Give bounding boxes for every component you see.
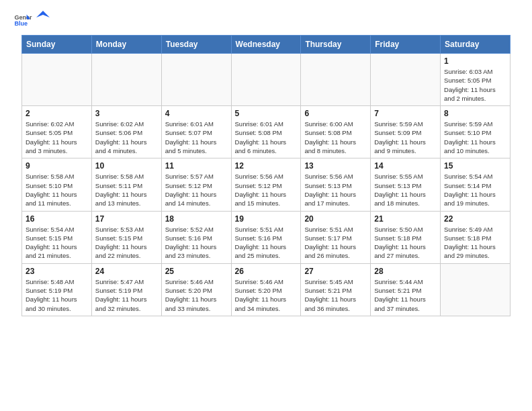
day-number: 23 — [26, 267, 88, 276]
weekday-header-sunday: Sunday — [22, 36, 92, 54]
calendar-day-cell: 11Sunrise: 5:57 AM Sunset: 5:12 PM Dayli… — [161, 158, 231, 211]
calendar-day-cell — [301, 54, 371, 106]
calendar-day-cell: 21Sunrise: 5:50 AM Sunset: 5:18 PM Dayli… — [371, 211, 441, 263]
calendar-day-cell: 27Sunrise: 5:45 AM Sunset: 5:21 PM Dayli… — [301, 263, 371, 316]
day-number: 9 — [26, 161, 88, 171]
day-info: Sunrise: 5:58 AM Sunset: 5:10 PM Dayligh… — [26, 172, 88, 208]
calendar-day-cell: 3Sunrise: 6:02 AM Sunset: 5:06 PM Daylig… — [91, 106, 161, 158]
calendar-day-cell: 24Sunrise: 5:47 AM Sunset: 5:19 PM Dayli… — [91, 263, 161, 316]
calendar-day-cell: 15Sunrise: 5:54 AM Sunset: 5:14 PM Dayli… — [441, 158, 511, 211]
calendar-day-cell — [161, 54, 231, 106]
day-info: Sunrise: 6:03 AM Sunset: 5:05 PM Dayligh… — [444, 67, 506, 103]
logo: General Blue — [13, 11, 50, 30]
day-number: 26 — [235, 267, 298, 276]
day-info: Sunrise: 5:56 AM Sunset: 5:12 PM Dayligh… — [235, 172, 298, 208]
day-number: 22 — [444, 214, 506, 224]
day-info: Sunrise: 5:54 AM Sunset: 5:14 PM Dayligh… — [444, 172, 506, 208]
day-info: Sunrise: 5:51 AM Sunset: 5:16 PM Dayligh… — [235, 225, 298, 261]
calendar-day-cell — [231, 54, 301, 106]
calendar-day-cell: 20Sunrise: 5:51 AM Sunset: 5:17 PM Dayli… — [301, 211, 371, 263]
day-number: 16 — [26, 214, 88, 224]
svg-text:General: General — [14, 14, 32, 21]
calendar-week-row: 23Sunrise: 5:48 AM Sunset: 5:19 PM Dayli… — [22, 263, 511, 316]
calendar-day-cell: 8Sunrise: 5:59 AM Sunset: 5:10 PM Daylig… — [441, 106, 511, 158]
day-info: Sunrise: 5:51 AM Sunset: 5:17 PM Dayligh… — [304, 225, 367, 261]
weekday-header-row: SundayMondayTuesdayWednesdayThursdayFrid… — [22, 36, 511, 54]
weekday-header-tuesday: Tuesday — [161, 36, 231, 54]
calendar-day-cell — [371, 54, 441, 106]
calendar-day-cell: 1Sunrise: 6:03 AM Sunset: 5:05 PM Daylig… — [441, 54, 511, 106]
day-info: Sunrise: 6:01 AM Sunset: 5:08 PM Dayligh… — [235, 120, 298, 155]
day-info: Sunrise: 5:59 AM Sunset: 5:10 PM Dayligh… — [444, 120, 506, 155]
calendar-week-row: 2Sunrise: 6:02 AM Sunset: 5:05 PM Daylig… — [22, 106, 511, 158]
day-info: Sunrise: 5:54 AM Sunset: 5:15 PM Dayligh… — [26, 225, 88, 261]
day-number: 27 — [304, 267, 367, 276]
day-info: Sunrise: 5:46 AM Sunset: 5:20 PM Dayligh… — [165, 277, 228, 313]
calendar-day-cell: 25Sunrise: 5:46 AM Sunset: 5:20 PM Dayli… — [161, 263, 231, 316]
calendar-day-cell: 23Sunrise: 5:48 AM Sunset: 5:19 PM Dayli… — [22, 263, 92, 316]
day-number: 11 — [165, 161, 228, 171]
page: General Blue SundayMondayTuesdayWednesda… — [0, 0, 532, 411]
day-number: 19 — [235, 214, 298, 224]
calendar-week-row: 9Sunrise: 5:58 AM Sunset: 5:10 PM Daylig… — [22, 158, 511, 211]
calendar-day-cell — [441, 263, 511, 316]
day-number: 2 — [26, 109, 88, 118]
calendar-day-cell: 12Sunrise: 5:56 AM Sunset: 5:12 PM Dayli… — [231, 158, 301, 211]
calendar-week-row: 1Sunrise: 6:03 AM Sunset: 5:05 PM Daylig… — [22, 54, 511, 106]
calendar-day-cell: 4Sunrise: 6:01 AM Sunset: 5:07 PM Daylig… — [161, 106, 231, 158]
day-number: 7 — [374, 109, 437, 118]
header: General Blue — [0, 0, 532, 35]
calendar-week-row: 16Sunrise: 5:54 AM Sunset: 5:15 PM Dayli… — [22, 211, 511, 263]
day-info: Sunrise: 5:52 AM Sunset: 5:16 PM Dayligh… — [165, 225, 228, 261]
day-number: 20 — [304, 214, 367, 224]
day-info: Sunrise: 5:49 AM Sunset: 5:18 PM Dayligh… — [444, 225, 506, 261]
calendar-day-cell: 9Sunrise: 5:58 AM Sunset: 5:10 PM Daylig… — [22, 158, 92, 211]
day-number: 3 — [95, 109, 158, 118]
calendar-table: SundayMondayTuesdayWednesdayThursdayFrid… — [21, 35, 511, 316]
day-info: Sunrise: 5:53 AM Sunset: 5:15 PM Dayligh… — [95, 225, 158, 261]
day-number: 17 — [95, 214, 158, 224]
day-info: Sunrise: 5:59 AM Sunset: 5:09 PM Dayligh… — [374, 120, 437, 155]
day-number: 24 — [95, 267, 158, 276]
day-number: 21 — [374, 214, 437, 224]
day-info: Sunrise: 6:02 AM Sunset: 5:06 PM Dayligh… — [95, 120, 158, 155]
day-info: Sunrise: 5:56 AM Sunset: 5:13 PM Dayligh… — [304, 172, 367, 208]
day-info: Sunrise: 5:48 AM Sunset: 5:19 PM Dayligh… — [26, 277, 88, 313]
day-number: 4 — [165, 109, 228, 118]
calendar-day-cell: 28Sunrise: 5:44 AM Sunset: 5:21 PM Dayli… — [371, 263, 441, 316]
calendar-wrap: SundayMondayTuesdayWednesdayThursdayFrid… — [0, 35, 532, 324]
calendar-day-cell: 18Sunrise: 5:52 AM Sunset: 5:16 PM Dayli… — [161, 211, 231, 263]
day-info: Sunrise: 6:00 AM Sunset: 5:08 PM Dayligh… — [304, 120, 367, 155]
logo-chevron-icon — [36, 11, 50, 24]
day-number: 18 — [165, 214, 228, 224]
calendar-day-cell: 6Sunrise: 6:00 AM Sunset: 5:08 PM Daylig… — [301, 106, 371, 158]
day-number: 8 — [444, 109, 506, 118]
svg-marker-3 — [36, 11, 50, 17]
day-info: Sunrise: 5:55 AM Sunset: 5:13 PM Dayligh… — [374, 172, 437, 208]
day-info: Sunrise: 5:57 AM Sunset: 5:12 PM Dayligh… — [165, 172, 228, 208]
day-number: 1 — [444, 56, 506, 66]
calendar-day-cell: 16Sunrise: 5:54 AM Sunset: 5:15 PM Dayli… — [22, 211, 92, 263]
day-number: 25 — [165, 267, 228, 276]
calendar-day-cell — [91, 54, 161, 106]
calendar-day-cell: 10Sunrise: 5:58 AM Sunset: 5:11 PM Dayli… — [91, 158, 161, 211]
day-info: Sunrise: 5:45 AM Sunset: 5:21 PM Dayligh… — [304, 277, 367, 313]
calendar-day-cell: 19Sunrise: 5:51 AM Sunset: 5:16 PM Dayli… — [231, 211, 301, 263]
calendar-day-cell: 17Sunrise: 5:53 AM Sunset: 5:15 PM Dayli… — [91, 211, 161, 263]
svg-text:Blue: Blue — [14, 20, 28, 27]
calendar-day-cell: 26Sunrise: 5:46 AM Sunset: 5:20 PM Dayli… — [231, 263, 301, 316]
calendar-day-cell — [22, 54, 92, 106]
day-info: Sunrise: 5:46 AM Sunset: 5:20 PM Dayligh… — [235, 277, 298, 313]
day-number: 5 — [235, 109, 298, 118]
day-info: Sunrise: 6:02 AM Sunset: 5:05 PM Dayligh… — [26, 120, 88, 155]
day-info: Sunrise: 5:47 AM Sunset: 5:19 PM Dayligh… — [95, 277, 158, 313]
day-number: 28 — [374, 267, 437, 276]
day-number: 13 — [304, 161, 367, 171]
day-info: Sunrise: 5:58 AM Sunset: 5:11 PM Dayligh… — [95, 172, 158, 208]
calendar-day-cell: 14Sunrise: 5:55 AM Sunset: 5:13 PM Dayli… — [371, 158, 441, 211]
day-number: 6 — [304, 109, 367, 118]
day-number: 10 — [95, 161, 158, 171]
day-info: Sunrise: 5:50 AM Sunset: 5:18 PM Dayligh… — [374, 225, 437, 261]
calendar-day-cell: 5Sunrise: 6:01 AM Sunset: 5:08 PM Daylig… — [231, 106, 301, 158]
calendar-day-cell: 22Sunrise: 5:49 AM Sunset: 5:18 PM Dayli… — [441, 211, 511, 263]
